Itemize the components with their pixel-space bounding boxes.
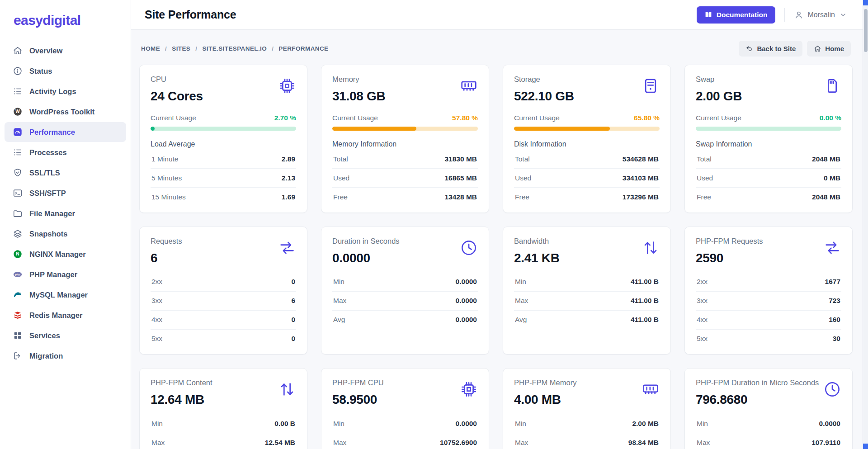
metric-value: 1677	[825, 278, 840, 286]
metric-value: 2.00 MB	[632, 420, 659, 428]
scroll-thumb[interactable]	[864, 9, 868, 52]
home-button[interactable]: Home	[807, 41, 851, 57]
chevron-down-icon	[839, 11, 847, 19]
sidebar-item-file-manager[interactable]: File Manager	[5, 203, 126, 223]
metric-value: 0.0000	[456, 420, 477, 428]
metric-label: Avg	[515, 316, 527, 324]
scroll-up-arrow[interactable]	[863, 0, 868, 5]
metric-label: Max	[151, 439, 165, 447]
sidebar-item-snapshots[interactable]: Snapshots	[5, 224, 126, 244]
metric-value: 107.9110	[811, 439, 840, 447]
metric-value: 723	[829, 297, 840, 305]
card-value: 2.41 KB	[514, 251, 560, 265]
metric-label: Free	[515, 193, 529, 201]
scrollbar[interactable]	[863, 0, 868, 449]
transfer-arrows-icon	[823, 239, 841, 257]
sidebar-item-php-manager[interactable]: PHP Manager	[5, 265, 126, 284]
metric-value: 0.00 B	[274, 420, 295, 428]
services-icon	[13, 331, 23, 340]
metric-row: Max411.00 B	[514, 292, 660, 311]
usage-bar	[696, 127, 841, 131]
usage-bar	[332, 127, 478, 131]
metric-row: Total2048 MB	[696, 150, 841, 169]
metric-label: Max	[333, 297, 346, 305]
breadcrumb-row: HOME / SITES / SITE.SITESPANEL.IO / PERF…	[141, 41, 851, 57]
metric-value: 6	[291, 297, 295, 305]
scroll-down-arrow[interactable]	[863, 444, 868, 449]
usage-bar	[514, 127, 660, 131]
phpfpm-cpu-card: PHP-FPM CPU 58.9500 Min0.0000 Max10752.6…	[321, 368, 489, 449]
metric-row: Max0.0000	[332, 292, 478, 311]
metric-label: 5xx	[697, 335, 708, 343]
metric-row: Max10752.6900	[332, 433, 478, 449]
card-title: PHP-FPM Content	[151, 378, 212, 387]
metric-value: 0.0000	[819, 420, 840, 428]
sidebar-item-mysql-manager[interactable]: MySQL Manager	[5, 285, 126, 305]
transfer-arrows-icon	[278, 239, 296, 257]
metric-label: 5xx	[151, 335, 162, 343]
breadcrumb-site-domain[interactable]: SITE.SITESPANEL.IO	[202, 45, 267, 52]
page-actions: Back to Site Home	[739, 41, 851, 57]
metrics-grid: CPU 24 Cores Current Usage2.70 % Load Av…	[139, 65, 853, 449]
usage-label: Current Usage	[696, 114, 741, 122]
storage-icon	[642, 77, 660, 95]
documentation-button[interactable]: Documentation	[697, 6, 775, 24]
card-title: PHP-FPM CPU	[332, 378, 384, 387]
metric-row: Free13428 MB	[332, 188, 478, 203]
sidebar-item-migration[interactable]: Migration	[5, 346, 126, 366]
sidebar-item-activity-logs[interactable]: Activity Logs	[5, 81, 126, 101]
user-menu[interactable]: Morsalin	[794, 10, 847, 20]
sidebar-item-status[interactable]: Status	[5, 61, 126, 81]
clock-icon	[460, 239, 478, 257]
breadcrumb-performance: PERFORMANCE	[278, 45, 328, 52]
sidebar-item-redis-manager[interactable]: Redis Manager	[5, 305, 126, 325]
sidebar-item-ssh-sftp[interactable]: SSH/SFTP	[5, 183, 126, 203]
sidebar-item-label: Redis Manager	[29, 311, 82, 320]
usage-label: Current Usage	[514, 114, 560, 122]
usage-bar-fill	[151, 127, 155, 131]
card-value: 522.10 GB	[514, 89, 574, 104]
breadcrumb-home[interactable]: HOME	[141, 45, 160, 52]
metric-row: Used0 MB	[696, 169, 841, 188]
sidebar-item-wordpress-toolkit[interactable]: WordPress Toolkit	[5, 102, 126, 122]
back-to-site-button[interactable]: Back to Site	[739, 41, 802, 57]
metric-label: 3xx	[697, 297, 708, 305]
sd-card-icon	[823, 77, 841, 95]
usage-bar-fill	[332, 127, 416, 131]
metric-label: 4xx	[151, 316, 162, 324]
sidebar-item-nginx-manager[interactable]: NGINX Manager	[5, 244, 126, 264]
metric-label: Free	[697, 193, 711, 201]
sidebar-item-label: Processes	[29, 148, 67, 157]
arrows-up-down-icon	[642, 239, 660, 257]
phpfpm-duration-card: PHP-FPM Duration in Micro Seconds 796.86…	[684, 368, 853, 449]
header: Site Performance Documentation Morsalin	[131, 0, 868, 30]
brand-logo[interactable]: easydigital	[0, 9, 131, 41]
activity-logs-icon	[13, 86, 23, 96]
usage-label: Current Usage	[332, 114, 378, 122]
phpfpm-memory-card: PHP-FPM Memory 4.00 MB Min2.00 MB Max98.…	[503, 368, 671, 449]
sidebar-item-label: NGINX Manager	[29, 250, 86, 259]
metric-value: 13428 MB	[444, 193, 477, 201]
sidebar-item-label: SSH/SFTP	[29, 189, 66, 198]
redis-icon	[13, 310, 23, 320]
sidebar-item-processes[interactable]: Processes	[5, 142, 126, 162]
sidebar-item-overview[interactable]: Overview	[5, 41, 126, 61]
sidebar-item-label: Migration	[29, 352, 63, 360]
metric-row: Max12.54 MB	[151, 433, 296, 449]
sidebar-item-label: Activity Logs	[29, 87, 76, 96]
metric-label: Used	[333, 174, 349, 182]
card-value: 6	[151, 251, 182, 265]
metric-value: 0	[291, 316, 295, 324]
metric-label: Min	[333, 420, 344, 428]
memory-icon	[642, 380, 660, 398]
metric-label: Min	[515, 278, 526, 286]
sidebar-item-label: PHP Manager	[29, 270, 77, 279]
swap-card: Swap 2.00 GB Current Usage0.00 % Swap In…	[684, 65, 853, 213]
sidebar-item-performance[interactable]: Performance	[5, 122, 126, 142]
breadcrumb-sites[interactable]: SITES	[172, 45, 190, 52]
sidebar-item-services[interactable]: Services	[5, 326, 126, 345]
sidebar-item-ssl-tls[interactable]: SSL/TLS	[5, 163, 126, 183]
memory-icon	[460, 77, 478, 95]
metric-row: Free173296 MB	[514, 188, 660, 203]
metric-row: Used334103 MB	[514, 169, 660, 188]
